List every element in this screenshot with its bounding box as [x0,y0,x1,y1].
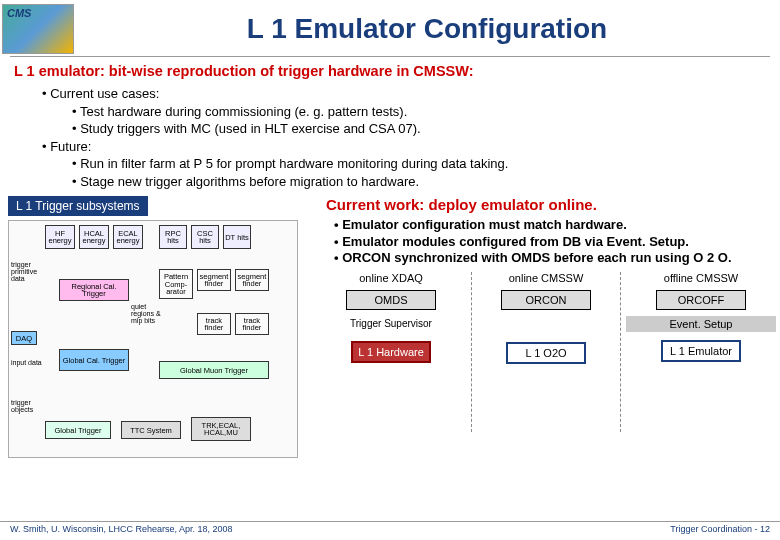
current-work-title: Current work: deploy emulator online. [316,194,772,217]
box-trk1: track finder [197,313,231,335]
col1-header: online XDAQ [316,272,466,284]
box-gct: Global Cal. Trigger [59,349,129,371]
box-ttc: TTC System [121,421,181,439]
subtitle: L 1 emulator: bit-wise reproduction of t… [0,63,780,85]
bullet-test-hw: Test hardware during commissioning (e. g… [42,103,766,121]
box-gt: Global Trigger [45,421,111,439]
bullet-list: Current use cases: Test hardware during … [0,85,780,194]
box-daq: DAQ [11,331,37,345]
flow-diagram: online XDAQ OMDS Trigger Supervisor L 1 … [316,272,772,442]
label-trigobj: trigger objects [11,399,43,413]
bullet-filter-farm: Run in filter farm at P 5 for prompt har… [42,155,766,173]
box-ecal: ECAL energy [113,225,143,249]
box-trigsup: Trigger Supervisor [316,318,466,329]
box-dt: DT hits [223,225,251,249]
bullet-future: Future: [42,138,766,156]
slide-title: L 1 Emulator Configuration [84,13,770,45]
box-hf: HF energy [45,225,75,249]
box-evsetup: Event. Setup [626,316,776,332]
cw-b1: Emulator configuration must match hardwa… [334,217,772,233]
box-orcoff: ORCOFF [656,290,746,310]
box-l1emu: L 1 Emulator [661,340,741,362]
box-omds: OMDS [346,290,436,310]
box-l1o2o: L 1 O2O [506,342,586,364]
bullet-study-mc: Study triggers with MC (used in HLT exer… [42,120,766,138]
bullet-current: Current use cases: [42,85,766,103]
box-trkecal: TRK,ECAL, HCAL,MU [191,417,251,441]
col3-header: offline CMSSW [626,272,776,284]
current-work-bullets: Emulator configuration must match hardwa… [316,217,772,266]
col2-header: online CMSSW [472,272,620,284]
footer-right: Trigger Coordination - [670,524,760,534]
box-trk2: track finder [235,313,269,335]
box-rct: Regional Cal. Trigger [59,279,129,301]
box-hcal: HCAL energy [79,225,109,249]
page-number: 12 [760,524,770,534]
box-rpc: RPC hits [159,225,187,249]
label-tpd: trigger primitive data [11,261,43,282]
left-banner: L 1 Trigger subsystems [8,196,148,216]
cw-b2: Emulator modules configured from DB via … [334,234,772,250]
label-input: input data [11,359,43,366]
trigger-diagram: HF energy HCAL energy ECAL energy RPC hi… [8,220,298,458]
box-orcon: ORCON [501,290,591,310]
label-quiet: quiet regions & mip bits [131,303,167,324]
box-seg2: segment finder [235,269,269,291]
box-patcomp: Pattern Comp- arator [159,269,193,299]
footer: W. Smith, U. Wisconsin, LHCC Rehearse, A… [0,521,780,536]
footer-left: W. Smith, U. Wisconsin, LHCC Rehearse, A… [10,524,233,534]
box-seg1: segment finder [197,269,231,291]
box-gmt: Global Muon Trigger [159,361,269,379]
bullet-stage-alg: Stage new trigger algorithms before migr… [42,173,766,191]
box-l1hw: L 1 Hardware [351,341,431,363]
box-csc: CSC hits [191,225,219,249]
title-divider [10,56,770,57]
cms-logo [2,4,74,54]
cw-b3: ORCON synchronized with OMDS before each… [334,250,772,266]
